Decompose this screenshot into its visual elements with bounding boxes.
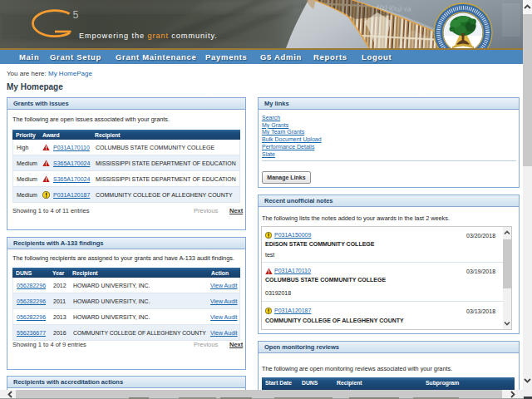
svg-text:5: 5 bbox=[73, 9, 79, 21]
svg-text:Empowering the grant community: Empowering the grant community. bbox=[79, 32, 218, 40]
